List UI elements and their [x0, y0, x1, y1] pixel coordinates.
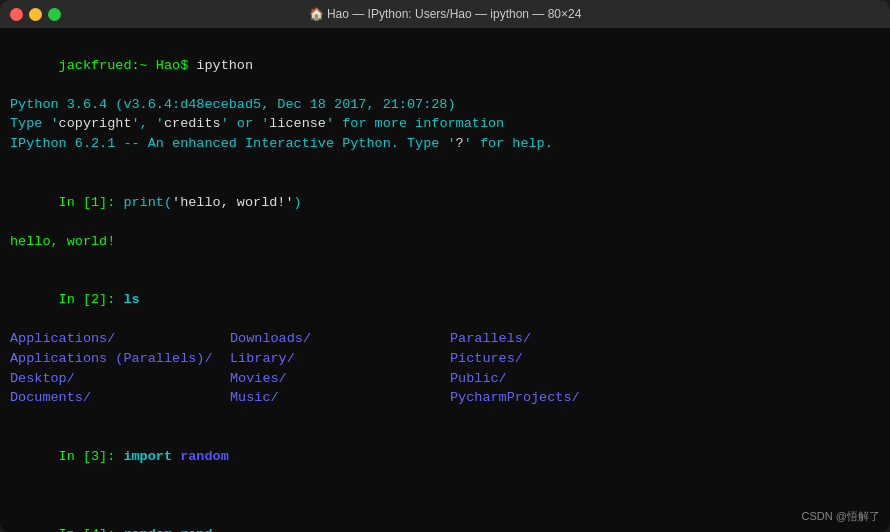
dir-item: Public/ — [450, 369, 670, 389]
terminal-line: hello, world! — [10, 232, 880, 252]
terminal-line — [10, 153, 880, 173]
minimize-button[interactable] — [29, 8, 42, 21]
terminal-line: Python 3.6.4 (v3.6.4:d48ecebad5, Dec 18 … — [10, 95, 880, 115]
terminal-line: IPython 6.2.1 -- An enhanced Interactive… — [10, 134, 880, 154]
dir-item: Desktop/ — [10, 369, 230, 389]
dir-item: Applications (Parallels)/ — [10, 349, 230, 369]
dir-item: Documents/ — [10, 388, 230, 408]
traffic-lights — [10, 8, 61, 21]
ls-col-3: Parallels/ Pictures/ Public/ PycharmProj… — [450, 329, 670, 407]
in-prompt: In [3]: — [59, 449, 124, 464]
maximize-button[interactable] — [48, 8, 61, 21]
dir-item: Parallels/ — [450, 329, 670, 349]
dir-item: Pictures/ — [450, 349, 670, 369]
ls-col-1: Applications/ Applications (Parallels)/ … — [10, 329, 230, 407]
dir-item: Applications/ — [10, 329, 230, 349]
terminal-line: Type 'copyright', 'credits' or 'license'… — [10, 114, 880, 134]
watermark: CSDN @悟解了 — [802, 509, 880, 524]
close-button[interactable] — [10, 8, 23, 21]
prompt: jackfrued:~ Hao$ — [59, 58, 197, 73]
terminal-line: In [4]: random.rand — [10, 506, 880, 533]
in-prompt: In [4]: — [59, 527, 124, 532]
dir-item: Music/ — [230, 388, 450, 408]
terminal-line — [10, 408, 880, 428]
in-prompt: In [2]: — [59, 292, 124, 307]
terminal-line — [10, 486, 880, 506]
command: print('hello, world!') — [123, 195, 301, 210]
terminal-line: In [2]: ls — [10, 271, 880, 330]
terminal-line: In [1]: print('hello, world!') — [10, 173, 880, 232]
dir-item: Downloads/ — [230, 329, 450, 349]
ls-col-2: Downloads/ Library/ Movies/ Music/ — [230, 329, 450, 407]
dir-item: PycharmProjects/ — [450, 388, 670, 408]
dir-item: Movies/ — [230, 369, 450, 389]
terminal-line: jackfrued:~ Hao$ ipython — [10, 36, 880, 95]
dir-item: Library/ — [230, 349, 450, 369]
command: ipython — [196, 58, 253, 73]
module-name: random — [180, 449, 229, 464]
command: ls — [123, 292, 139, 307]
in-prompt: In [1]: — [59, 195, 124, 210]
window-title: 🏠 Hao — IPython: Users/Hao — ipython — 8… — [309, 7, 582, 21]
keyword: import — [123, 449, 180, 464]
terminal-window: 🏠 Hao — IPython: Users/Hao — ipython — 8… — [0, 0, 890, 532]
titlebar: 🏠 Hao — IPython: Users/Hao — ipython — 8… — [0, 0, 890, 28]
terminal-line: In [3]: import random — [10, 427, 880, 486]
ls-output: Applications/ Applications (Parallels)/ … — [10, 329, 880, 407]
command: random.rand — [123, 527, 212, 532]
terminal-line — [10, 251, 880, 271]
terminal-body[interactable]: jackfrued:~ Hao$ ipython Python 3.6.4 (v… — [0, 28, 890, 532]
